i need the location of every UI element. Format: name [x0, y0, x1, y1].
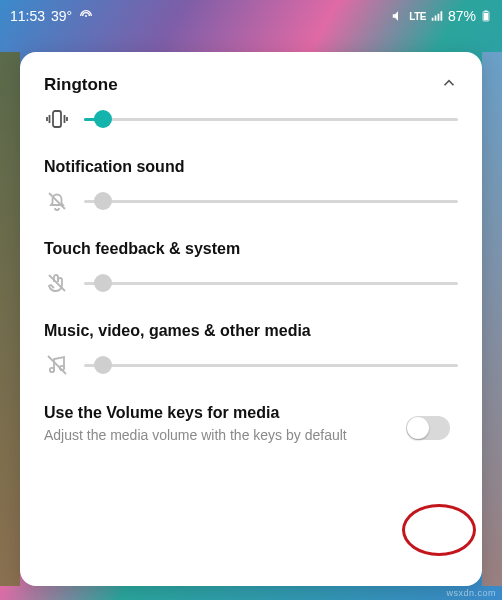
battery-percent: 87%	[448, 8, 476, 24]
bell-mute-icon	[44, 188, 70, 214]
wifi-broadcast-icon	[78, 8, 94, 24]
panel-title: Ringtone	[44, 75, 118, 95]
svg-rect-3	[484, 13, 489, 21]
ringtone-slider[interactable]	[84, 109, 458, 129]
vibrate-icon	[44, 106, 70, 132]
watermark: wsxdn.com	[446, 588, 496, 598]
status-temp: 39°	[51, 8, 72, 24]
notification-row: Notification sound	[44, 158, 458, 214]
svg-point-11	[50, 368, 54, 372]
annotation-circle	[402, 504, 476, 556]
volume-keys-media-desc: Adjust the media volume with the keys by…	[44, 426, 386, 445]
status-time: 11:53	[10, 8, 45, 24]
media-row: Music, video, games & other media	[44, 322, 458, 378]
svg-rect-2	[485, 11, 488, 12]
notification-title: Notification sound	[44, 158, 458, 176]
volume-icon	[391, 9, 405, 23]
touch-feedback-row: Touch feedback & system	[44, 240, 458, 296]
music-mute-icon	[44, 352, 70, 378]
media-title: Music, video, games & other media	[44, 322, 458, 340]
collapse-chevron-icon[interactable]	[440, 74, 458, 96]
sound-settings-panel: Ringtone Notification sound	[20, 52, 482, 586]
svg-point-0	[85, 15, 87, 17]
notification-slider[interactable]	[84, 191, 458, 211]
signal-icon	[430, 9, 444, 23]
volume-keys-media-title: Use the Volume keys for media	[44, 404, 386, 422]
media-slider[interactable]	[84, 355, 458, 375]
volume-keys-media-toggle[interactable]	[406, 416, 450, 440]
lte-badge: LTE	[409, 11, 426, 22]
touch-feedback-title: Touch feedback & system	[44, 240, 458, 258]
volume-keys-media-row: Use the Volume keys for media Adjust the…	[44, 404, 458, 452]
touch-mute-icon	[44, 270, 70, 296]
status-bar: 11:53 39° LTE 87%	[0, 0, 502, 32]
battery-icon	[480, 8, 492, 24]
svg-rect-4	[53, 111, 61, 127]
touch-feedback-slider[interactable]	[84, 273, 458, 293]
ringtone-row	[44, 106, 458, 132]
